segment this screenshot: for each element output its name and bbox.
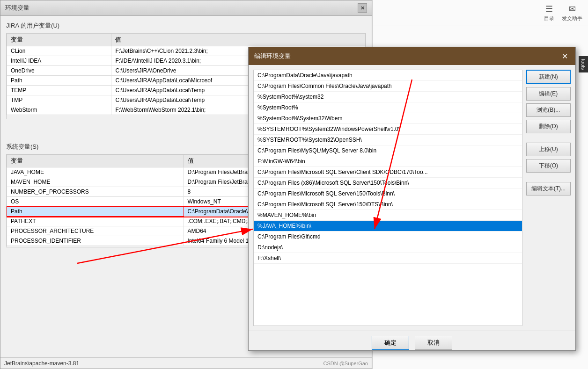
- dialog-title-bar: 编辑环境变量 ✕: [249, 47, 575, 65]
- browse-path-btn[interactable]: 浏览(B)...: [526, 103, 571, 117]
- var-name: CLion: [7, 46, 111, 56]
- send-help-btn[interactable]: ✉ 发文助手: [562, 4, 582, 22]
- var-name: PATHEXT: [7, 217, 184, 226]
- var-name: JAVA_HOME: [7, 167, 184, 177]
- edit-path-btn[interactable]: 编辑(E): [526, 87, 571, 101]
- path-list-item[interactable]: C:\Program Files (x86)\Microsoft SQL Ser…: [254, 178, 522, 188]
- send-help-icon: ✉: [569, 4, 576, 14]
- path-list-item[interactable]: %SystemRoot%\system32: [254, 92, 522, 102]
- var-name: TMP: [7, 95, 111, 105]
- dialog-footer: 确定 取消: [249, 331, 575, 355]
- path-list-item[interactable]: C:\Program Files\Microsoft SQL Server\Cl…: [254, 167, 522, 178]
- path-list-item[interactable]: C:\Program Files\MySQL\MySQL Server 8.0\…: [254, 145, 522, 156]
- var-name: PROCESSOR_ARCHITECTURE: [7, 226, 184, 236]
- var-name: Path: [7, 207, 184, 217]
- path-list-item[interactable]: %JAVA_HOME%\bin\: [254, 221, 522, 232]
- col-var-header: 变量: [7, 34, 111, 46]
- tools-label: tools: [581, 59, 586, 70]
- right-panel-header: ☰ 目录 ✉ 发文助手: [373, 0, 588, 26]
- path-list-item[interactable]: C:\Program Files\Microsoft SQL Server\15…: [254, 188, 522, 199]
- user-section-header: JIRA 的用户变量(U): [6, 22, 366, 30]
- path-list-item[interactable]: D:\nodejs\: [254, 242, 522, 253]
- path-list-item[interactable]: %SYSTEMROOT%\System32\WindowsPowerShell\…: [254, 124, 522, 135]
- toc-label: 目录: [544, 15, 554, 22]
- path-list-item[interactable]: C:\Program Files\Common Files\Oracle\Jav…: [254, 81, 522, 92]
- var-name: IntelliJ IDEA: [7, 56, 111, 66]
- path-list-item[interactable]: C:\Program Files\Git\cmd: [254, 232, 522, 242]
- var-name: NUMBER_OF_PROCESSORS: [7, 187, 184, 197]
- var-name: Path: [7, 76, 111, 86]
- path-list[interactable]: C:\ProgramData\Oracle\Java\javapathC:\Pr…: [253, 70, 522, 326]
- env-window-titlebar: 环境变量 ✕: [0, 0, 372, 16]
- env-window-close[interactable]: ✕: [358, 3, 367, 13]
- tools-sidebar: tools: [579, 56, 588, 72]
- status-bar: JetBrains\apache-maven-3.81 CSDN @SuperG…: [0, 357, 372, 369]
- col-val-header: 值: [111, 34, 366, 46]
- dialog-body: C:\ProgramData\Oracle\Java\javapathC:\Pr…: [249, 65, 575, 331]
- csdn-badge: CSDN @SuperGao: [323, 361, 368, 366]
- var-name: TEMP: [7, 86, 111, 95]
- path-list-item[interactable]: %SystemRoot%\System32\Wbem: [254, 113, 522, 124]
- env-window-title: 环境变量: [5, 4, 29, 12]
- var-name: OS: [7, 197, 184, 207]
- new-path-btn[interactable]: 新建(N): [526, 70, 571, 84]
- path-list-item[interactable]: C:\ProgramData\Oracle\Java\javapath: [254, 70, 522, 81]
- delete-path-btn[interactable]: 删除(D): [526, 120, 571, 133]
- path-list-item[interactable]: F:\MinGW-W64\bin: [254, 156, 522, 167]
- path-list-item[interactable]: %SYSTEMROOT%\System32\OpenSSH\: [254, 135, 522, 145]
- confirm-btn[interactable]: 确定: [372, 336, 409, 350]
- dialog-close-btn[interactable]: ✕: [559, 51, 570, 61]
- dialog-title: 编辑环境变量: [254, 52, 291, 60]
- toc-btn[interactable]: ☰ 目录: [544, 4, 554, 22]
- toc-icon: ☰: [545, 4, 553, 14]
- dialog-action-buttons: 新建(N) 编辑(E) 浏览(B)... 删除(D) 上移(U) 下移(O) 编…: [526, 70, 571, 326]
- cancel-btn[interactable]: 取消: [415, 336, 452, 350]
- var-name: WebStorm: [7, 105, 111, 115]
- path-list-item[interactable]: C:\Program Files\Microsoft SQL Server\15…: [254, 199, 522, 210]
- edit-text-btn[interactable]: 编辑文本(T)...: [526, 182, 571, 195]
- status-text: JetBrains\apache-maven-3.81: [4, 360, 79, 367]
- path-list-item[interactable]: F:\Xshell\: [254, 253, 522, 264]
- path-list-item[interactable]: %SystemRoot%: [254, 102, 522, 113]
- sys-col-var-header: 变量: [7, 155, 184, 167]
- var-name: PROCESSOR_IDENTIFIER: [7, 236, 184, 246]
- move-up-btn[interactable]: 上移(U): [526, 143, 571, 156]
- path-list-item[interactable]: %MAVEN_HOME%\bin: [254, 210, 522, 221]
- var-name: OneDrive: [7, 66, 111, 76]
- var-name: MAVEN_HOME: [7, 177, 184, 187]
- move-down-btn[interactable]: 下移(O): [526, 159, 571, 173]
- send-help-label: 发文助手: [562, 15, 582, 22]
- right-panel-icons: ☰ 目录 ✉ 发文助手: [544, 4, 582, 22]
- edit-env-dialog: 编辑环境变量 ✕ C:\ProgramData\Oracle\Java\java…: [248, 47, 576, 351]
